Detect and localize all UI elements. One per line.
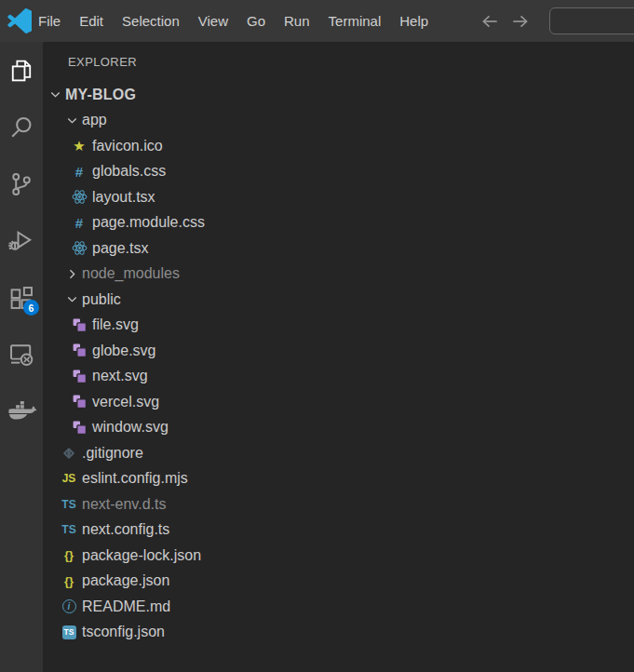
tsconfig-icon: TS xyxy=(60,624,78,640)
tree-item-package-lock-json[interactable]: {}package-lock.json xyxy=(43,543,634,569)
tree-item-package-json[interactable]: {}package.json xyxy=(43,569,634,595)
tree-item-readme-md[interactable]: iREADME.md xyxy=(43,594,634,620)
tree-item-label: page.tsx xyxy=(92,240,148,257)
chevron-right-icon xyxy=(63,266,80,281)
tree-item-label: window.svg xyxy=(92,419,169,436)
menu-go[interactable]: Go xyxy=(237,0,275,42)
explorer-sidebar: EXPLORER MY-BLOGapp★favicon.ico#globals.… xyxy=(43,42,634,672)
menu-terminal[interactable]: Terminal xyxy=(319,0,391,42)
source-control-button[interactable] xyxy=(0,155,43,212)
tree-item-label: next-env.d.ts xyxy=(82,496,166,513)
tree-item-label: layout.tsx xyxy=(92,189,155,206)
star-icon: ★ xyxy=(70,138,88,155)
tree-item-label: app xyxy=(82,112,107,128)
command-center-search[interactable] xyxy=(549,7,634,34)
docker-button[interactable] xyxy=(0,383,43,439)
menu-selection[interactable]: Selection xyxy=(113,0,189,42)
tree-item-my-blog[interactable]: MY-BLOG xyxy=(43,82,634,108)
css-hash-icon: # xyxy=(70,163,88,180)
tree-item-label: next.svg xyxy=(92,368,148,384)
tree-item-label: globe.svg xyxy=(92,343,156,359)
file-tree: MY-BLOGapp★favicon.ico#globals.csslayout… xyxy=(43,82,634,645)
tree-item-vercel-svg[interactable]: vercel.svg xyxy=(43,389,634,415)
tree-item-label: tsconfig.json xyxy=(82,624,165,640)
search-icon xyxy=(7,114,35,141)
remote-explorer-button[interactable] xyxy=(0,326,43,383)
react-atom-icon xyxy=(70,189,88,206)
tree-item-label: globals.css xyxy=(92,163,166,180)
tree-item-public[interactable]: public xyxy=(43,287,634,313)
menu-help[interactable]: Help xyxy=(390,0,438,42)
tree-item-app[interactable]: app xyxy=(43,108,634,134)
run-debug-button[interactable] xyxy=(0,212,43,269)
svg-image-icon xyxy=(70,394,88,410)
tree-item-globals-css[interactable]: #globals.css xyxy=(43,159,634,185)
tree-item-label: package-lock.json xyxy=(82,547,201,564)
menu-bar: FileEditSelectionViewGoRunTerminalHelp xyxy=(29,0,438,42)
tree-item-label: favicon.ico xyxy=(92,138,163,155)
tree-item-label: eslint.config.mjs xyxy=(82,470,188,487)
tree-item-page-tsx[interactable]: page.tsx xyxy=(43,235,634,262)
tree-item-label: next.config.ts xyxy=(82,521,169,538)
tree-item-label: node_modules xyxy=(82,265,180,282)
chevron-down-icon xyxy=(63,292,80,307)
tree-item-layout-tsx[interactable]: layout.tsx xyxy=(43,184,634,210)
tree-item-label: README.md xyxy=(82,598,170,615)
vscode-logo-icon xyxy=(7,8,32,34)
tree-item-gitignore[interactable]: .gitignore xyxy=(43,440,634,466)
tree-item-label: page.module.css xyxy=(92,214,205,231)
css-hash-icon: # xyxy=(70,214,88,231)
svg-image-icon xyxy=(70,419,88,436)
react-atom-icon xyxy=(70,240,88,257)
tree-item-label: file.svg xyxy=(92,316,139,333)
svg-image-icon xyxy=(70,368,88,384)
tree-item-file-svg[interactable]: file.svg xyxy=(43,313,634,339)
tree-item-label: package.json xyxy=(82,572,169,589)
tree-item-label: .gitignore xyxy=(82,445,143,462)
back-button[interactable] xyxy=(479,11,500,32)
extensions-badge: 6 xyxy=(23,300,39,316)
info-icon: i xyxy=(60,598,78,615)
tree-item-label: MY-BLOG xyxy=(65,87,136,103)
tree-item-label: public xyxy=(82,291,121,308)
chevron-down-icon xyxy=(63,113,80,128)
tree-item-node-modules[interactable]: node_modules xyxy=(43,262,634,288)
tree-item-next-config-ts[interactable]: TSnext.config.ts xyxy=(43,517,634,544)
ts-icon: TS xyxy=(60,521,78,538)
menu-view[interactable]: View xyxy=(189,0,237,42)
tree-item-next-svg[interactable]: next.svg xyxy=(43,364,634,390)
menu-edit[interactable]: Edit xyxy=(70,0,113,42)
extensions-button[interactable]: 6 xyxy=(0,269,43,326)
explorer-button[interactable] xyxy=(0,42,43,99)
git-diamond-icon xyxy=(60,445,78,462)
js-icon: JS xyxy=(60,470,78,487)
tree-item-favicon-ico[interactable]: ★favicon.ico xyxy=(43,133,634,159)
tree-item-next-env-d-ts[interactable]: TSnext-env.d.ts xyxy=(43,491,634,517)
git-branch-icon xyxy=(7,170,35,198)
files-icon xyxy=(7,57,35,85)
play-bug-icon xyxy=(7,227,35,255)
json-braces-icon: {} xyxy=(60,572,78,589)
explorer-header: EXPLORER xyxy=(43,42,634,70)
tree-item-window-svg[interactable]: window.svg xyxy=(43,415,634,441)
tree-item-tsconfig-json[interactable]: TStsconfig.json xyxy=(43,620,634,646)
tree-item-globe-svg[interactable]: globe.svg xyxy=(43,338,634,364)
json-braces-icon: {} xyxy=(60,547,78,564)
title-bar: FileEditSelectionViewGoRunTerminalHelp xyxy=(0,0,634,42)
search-button[interactable] xyxy=(0,99,43,155)
docker-whale-icon xyxy=(7,398,36,423)
menu-run[interactable]: Run xyxy=(275,0,319,42)
svg-image-icon xyxy=(70,343,88,359)
remote-monitor-icon xyxy=(7,341,35,369)
ts-icon: TS xyxy=(60,496,78,513)
tree-item-eslint-config-mjs[interactable]: JSeslint.config.mjs xyxy=(43,466,634,492)
chevron-down-icon xyxy=(47,87,63,102)
svg-image-icon xyxy=(70,316,88,333)
menu-file[interactable]: File xyxy=(29,0,70,42)
tree-item-page-module-css[interactable]: #page.module.css xyxy=(43,210,634,236)
forward-button[interactable] xyxy=(510,11,531,32)
tree-item-label: vercel.svg xyxy=(92,394,159,410)
activity-bar: 6 xyxy=(0,42,43,672)
